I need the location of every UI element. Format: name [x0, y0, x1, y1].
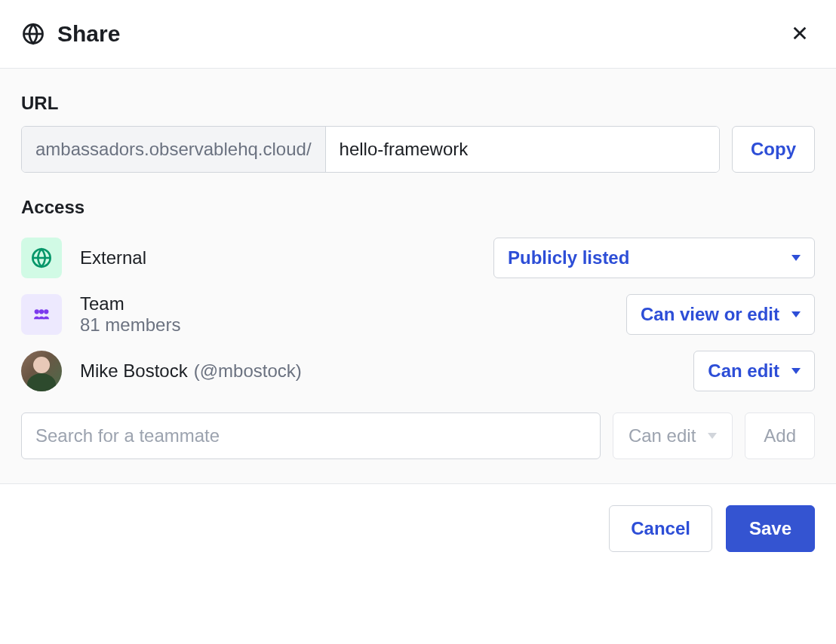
new-teammate-permission-dropdown[interactable]: Can edit	[613, 412, 733, 459]
svg-point-8	[44, 309, 48, 314]
chevron-down-icon	[791, 368, 801, 374]
cancel-button[interactable]: Cancel	[609, 505, 712, 552]
access-row-external: External Publicly listed	[21, 230, 815, 286]
header-left: Share	[21, 21, 120, 47]
team-permission-dropdown[interactable]: Can view or edit	[626, 294, 815, 335]
url-prefix: ambassadors.observablehq.cloud/	[22, 127, 326, 172]
access-text: External	[80, 247, 146, 268]
dropdown-value: Can view or edit	[641, 304, 779, 325]
access-left: Mike Bostock (@mbostock)	[21, 351, 302, 391]
dialog-footer: Cancel Save	[0, 483, 836, 573]
url-section-label: URL	[21, 93, 815, 114]
team-icon	[21, 294, 62, 335]
external-label: External	[80, 247, 146, 268]
url-row: ambassadors.observablehq.cloud/ Copy	[21, 126, 815, 173]
team-label: Team	[80, 293, 180, 314]
access-row-team: Team 81 members Can view or edit	[21, 286, 815, 343]
url-slug-input[interactable]	[326, 127, 719, 172]
close-icon	[791, 25, 808, 44]
chevron-down-icon	[791, 255, 801, 261]
globe-icon	[21, 22, 45, 46]
dialog-header: Share	[0, 0, 836, 69]
user-permission-dropdown[interactable]: Can edit	[693, 351, 815, 391]
dropdown-value: Can edit	[708, 360, 779, 382]
close-button[interactable]	[788, 22, 812, 46]
save-button[interactable]: Save	[726, 505, 815, 552]
svg-point-6	[35, 309, 39, 314]
user-name-row: Mike Bostock (@mbostock)	[80, 360, 302, 382]
search-teammate-input[interactable]	[21, 412, 601, 459]
url-input-group: ambassadors.observablehq.cloud/	[21, 126, 720, 173]
user-handle: (@mbostock)	[194, 360, 302, 382]
user-name: Mike Bostock	[80, 360, 188, 382]
search-teammate-row: Can edit Add	[21, 412, 815, 459]
user-avatar	[21, 351, 62, 391]
chevron-down-icon	[791, 311, 801, 317]
svg-point-7	[39, 309, 44, 314]
dropdown-value: Publicly listed	[508, 247, 629, 268]
dialog-content: URL ambassadors.observablehq.cloud/ Copy…	[0, 69, 836, 483]
access-section-label: Access	[21, 197, 815, 218]
add-teammate-button[interactable]: Add	[745, 412, 815, 459]
globe-icon	[21, 238, 62, 278]
chevron-down-icon	[708, 433, 717, 439]
copy-button[interactable]: Copy	[732, 126, 815, 173]
external-permission-dropdown[interactable]: Publicly listed	[493, 238, 815, 278]
dropdown-value: Can edit	[629, 425, 696, 446]
access-list: External Publicly listed	[21, 230, 815, 459]
access-text: Team 81 members	[80, 293, 180, 336]
dialog-title: Share	[57, 21, 120, 47]
team-members-count: 81 members	[80, 314, 180, 336]
access-left: Team 81 members	[21, 293, 180, 336]
access-left: External	[21, 238, 146, 278]
access-row-user: Mike Bostock (@mbostock) Can edit	[21, 343, 815, 399]
